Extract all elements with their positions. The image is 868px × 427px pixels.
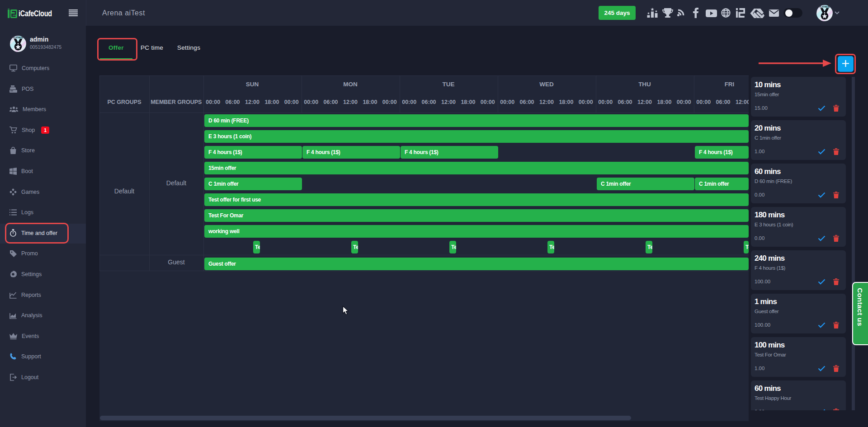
svg-text:PLATINUM: PLATINUM xyxy=(13,37,24,39)
svg-text:PLATINUM: PLATINUM xyxy=(819,6,830,8)
